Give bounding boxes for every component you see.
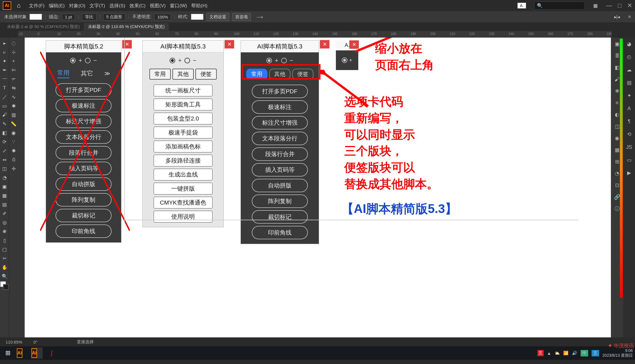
free-transform-tool[interactable]: ◫ <box>1 165 8 173</box>
script-button[interactable]: 标注尺寸增强 <box>56 115 112 128</box>
script-button[interactable]: 印前角线 <box>56 224 112 238</box>
artboards-icon[interactable]: ▭ <box>625 156 633 164</box>
slice-tool[interactable]: ✂ <box>1 254 8 262</box>
close-icon[interactable]: ✕ <box>122 40 132 48</box>
script-button[interactable]: 阵列复制 <box>252 194 308 208</box>
direct-select-tool[interactable]: ▹ <box>1 48 8 56</box>
menu-help[interactable]: 帮助(H) <box>191 3 207 9</box>
stroke-weight[interactable]: 1 pt <box>62 14 75 20</box>
fill-swatch[interactable] <box>29 14 42 20</box>
radio-icon[interactable] <box>170 58 175 63</box>
tray-icon[interactable]: 📶 <box>563 351 569 356</box>
script-button[interactable]: 添加画稿色标 <box>154 141 213 152</box>
line-tool[interactable]: ／ <box>1 93 8 101</box>
script-button[interactable]: 使用说明 <box>154 211 213 222</box>
menu-window[interactable]: 窗口(W) <box>170 3 187 9</box>
zoom-tool[interactable]: 🔍 <box>1 272 8 280</box>
color-icon[interactable]: ◕ <box>625 40 633 48</box>
close-icon[interactable]: ✕ <box>320 40 329 48</box>
prefs-button[interactable]: 首选项 <box>232 13 251 21</box>
library-icon[interactable]: ☁ <box>625 66 633 74</box>
align-icon[interactable]: ⟶ <box>257 14 263 20</box>
tab-common[interactable]: 常用 <box>149 69 171 80</box>
script-button[interactable]: 生成出血线 <box>154 169 213 180</box>
style-swatch[interactable] <box>191 14 204 20</box>
zoom-level[interactable]: 110.65% <box>6 340 22 344</box>
tab-common[interactable]: 常用 <box>57 69 70 78</box>
tab-other[interactable]: 其它 <box>81 69 93 78</box>
menu-edit[interactable]: 编辑(E) <box>49 3 65 9</box>
menu-view[interactable]: 视图(V) <box>150 3 166 9</box>
para-panel-icon[interactable]: ¶ <box>625 117 633 126</box>
menu-effect[interactable]: 效果(C) <box>130 3 146 9</box>
global-search[interactable]: 🔍 <box>534 2 585 10</box>
perspective-tool[interactable]: ▣ <box>1 183 8 191</box>
script-button[interactable]: 插入页码等 <box>56 162 112 175</box>
opacity-value[interactable]: 100% <box>154 14 171 20</box>
play-icon[interactable]: ▶ <box>625 169 633 177</box>
tray-icon[interactable]: ▲ <box>547 351 551 356</box>
brush-preset[interactable]: 5 点圆形 <box>103 13 126 20</box>
menu-select[interactable]: 选择(S) <box>109 3 125 9</box>
dock-minimized[interactable]: A. <box>518 3 526 8</box>
js-icon[interactable]: JS <box>625 143 633 151</box>
move-tool[interactable]: ✢ <box>10 165 18 173</box>
arrange-icon[interactable]: ▦ <box>593 3 598 9</box>
wrinkle-tool[interactable]: ∿ <box>10 93 18 101</box>
doc-tab-2[interactable]: 未标题-2 @ 110.65 % (CMYK/CPU 预览) <box>84 23 169 31</box>
menu-text[interactable]: 文字(T) <box>89 3 105 9</box>
css-icon[interactable]: ⟲ <box>625 130 633 138</box>
tray-icon[interactable]: 🔊 <box>572 351 577 356</box>
ai-theme-icon[interactable]: ✦ <box>625 91 633 100</box>
knife-tool[interactable]: ✄ <box>10 66 18 74</box>
print-tool[interactable]: ⎙ <box>10 156 18 164</box>
menu-file[interactable]: 文件(F) <box>29 3 45 9</box>
script-button[interactable]: 段落行合并 <box>252 147 308 161</box>
reflect-tool[interactable]: ⇋ <box>10 84 18 92</box>
pen-tool[interactable]: ✒ <box>1 66 8 74</box>
shape-builder-tool[interactable]: ◔ <box>1 174 8 182</box>
spray-tool[interactable]: ∵ <box>10 138 18 146</box>
canvas[interactable]: 脚本精简版5.2 ✕ + − 常用 其它 ≫ 打开多页PDF 极速标注 标注尺寸… <box>25 38 611 337</box>
scale-mode[interactable]: 等比 <box>82 13 96 20</box>
script-button[interactable]: 一键拼版 <box>154 183 213 194</box>
brush-tool[interactable]: 🖌 <box>1 111 8 119</box>
ime-wu[interactable]: 五 <box>537 350 544 356</box>
script-button[interactable]: 统一画板尺寸 <box>154 85 213 96</box>
tray-icon[interactable]: ⛅ <box>555 351 560 356</box>
radio-icon[interactable] <box>281 58 287 63</box>
type-tool[interactable]: T <box>1 84 8 92</box>
window-close-icon[interactable]: ✕ <box>627 2 632 9</box>
radio-icon[interactable] <box>184 58 190 63</box>
hand-tool[interactable]: ✋ <box>1 263 8 271</box>
script-button[interactable]: 打开多页PDF <box>252 85 308 98</box>
ime-wu[interactable]: 五 <box>592 350 599 356</box>
measure-tool[interactable]: 📏 <box>10 120 18 128</box>
eyedropper-tool[interactable]: ✐ <box>1 210 8 217</box>
selection-tool[interactable]: ▸ <box>1 39 8 47</box>
radio-icon[interactable] <box>342 57 347 63</box>
doc-setup-button[interactable]: 文档设置 <box>206 13 229 21</box>
window-max-icon[interactable]: □ <box>618 2 622 9</box>
chevron-right-icon[interactable]: ≫ <box>104 70 110 77</box>
lasso-tool[interactable]: ◌ <box>10 39 18 47</box>
script-button[interactable]: 打开多页PDF <box>56 83 112 97</box>
script-button[interactable]: 标注尺寸增强 <box>252 116 308 129</box>
script-button[interactable]: 印前角线 <box>252 226 308 239</box>
width-tool[interactable]: ⇔ <box>1 156 8 164</box>
tab-notes[interactable]: 便签 <box>195 69 217 80</box>
script-button[interactable]: 阵列复制 <box>56 193 112 207</box>
magic-wand-tool[interactable]: ✦ <box>1 57 8 65</box>
shaper-tool[interactable]: ✎ <box>1 120 8 128</box>
script-button[interactable]: 自动拼版 <box>56 177 112 191</box>
flare-tool[interactable]: ✺ <box>10 147 18 155</box>
script-button[interactable]: 插入页码等 <box>252 163 308 177</box>
scissors-tool[interactable]: ✃ <box>10 75 18 83</box>
puppet-tool[interactable]: ✱ <box>10 102 18 110</box>
close-icon[interactable]: ✕ <box>225 40 234 48</box>
gradient-tool[interactable]: ▤ <box>1 201 8 208</box>
add-anchor-tool[interactable]: + <box>10 57 18 65</box>
asset-icon[interactable]: ▤ <box>625 78 633 87</box>
mesh-tool[interactable]: ▦ <box>1 192 8 200</box>
clock[interactable]: 9:062023/8/13 星期日 <box>602 348 633 358</box>
